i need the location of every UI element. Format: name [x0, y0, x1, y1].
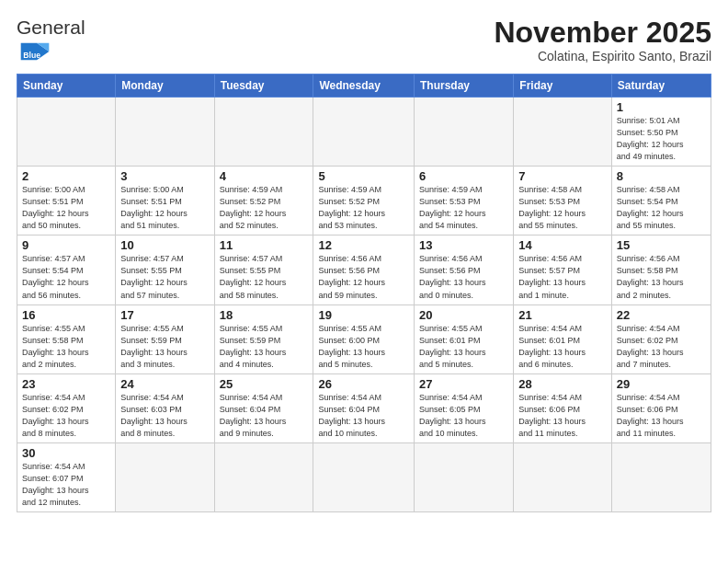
day-number: 25 [220, 377, 309, 391]
weekday-header-friday: Friday [514, 75, 612, 98]
calendar-cell [415, 98, 514, 167]
calendar-cell [611, 442, 711, 511]
day-number: 11 [220, 238, 309, 252]
calendar-cell: 27Sunrise: 4:54 AM Sunset: 6:05 PM Dayli… [415, 373, 514, 442]
calendar-cell [415, 442, 514, 511]
day-info: Sunrise: 5:00 AM Sunset: 5:51 PM Dayligh… [22, 184, 110, 232]
calendar-cell: 24Sunrise: 4:54 AM Sunset: 6:03 PM Dayli… [116, 373, 214, 442]
calendar-table: SundayMondayTuesdayWednesdayThursdayFrid… [17, 74, 711, 512]
calendar-week-row: 2Sunrise: 5:00 AM Sunset: 5:51 PM Daylig… [17, 167, 711, 236]
calendar-cell: 20Sunrise: 4:55 AM Sunset: 6:01 PM Dayli… [415, 304, 514, 373]
calendar-cell [313, 442, 415, 511]
weekday-header-tuesday: Tuesday [214, 75, 313, 98]
calendar-cell: 3Sunrise: 5:00 AM Sunset: 5:51 PM Daylig… [116, 167, 214, 236]
day-number: 5 [318, 169, 409, 183]
calendar-cell: 6Sunrise: 4:59 AM Sunset: 5:53 PM Daylig… [415, 167, 514, 236]
calendar-week-row: 9Sunrise: 4:57 AM Sunset: 5:54 PM Daylig… [17, 236, 711, 304]
day-number: 28 [518, 377, 607, 391]
calendar-cell [17, 98, 116, 167]
calendar-cell: 21Sunrise: 4:54 AM Sunset: 6:01 PM Dayli… [514, 304, 612, 373]
day-info: Sunrise: 4:54 AM Sunset: 6:01 PM Dayligh… [518, 323, 607, 371]
day-number: 15 [617, 238, 706, 252]
calendar-cell [514, 98, 612, 167]
month-title: November 2025 [494, 17, 711, 49]
day-number: 7 [518, 169, 607, 183]
day-number: 6 [419, 169, 508, 183]
day-info: Sunrise: 4:55 AM Sunset: 5:58 PM Dayligh… [22, 323, 110, 371]
calendar-week-row: 23Sunrise: 4:54 AM Sunset: 6:02 PM Dayli… [17, 373, 711, 442]
day-info: Sunrise: 4:56 AM Sunset: 5:58 PM Dayligh… [617, 253, 706, 301]
calendar-week-row: 1Sunrise: 5:01 AM Sunset: 5:50 PM Daylig… [17, 98, 711, 167]
calendar-cell: 26Sunrise: 4:54 AM Sunset: 6:04 PM Dayli… [313, 373, 415, 442]
day-info: Sunrise: 4:55 AM Sunset: 6:00 PM Dayligh… [318, 323, 409, 371]
weekday-header-sunday: Sunday [17, 75, 116, 98]
day-number: 21 [518, 308, 607, 322]
calendar-cell: 7Sunrise: 4:58 AM Sunset: 5:53 PM Daylig… [514, 167, 612, 236]
calendar-cell: 1Sunrise: 5:01 AM Sunset: 5:50 PM Daylig… [611, 98, 711, 167]
day-number: 17 [120, 308, 209, 322]
day-info: Sunrise: 4:54 AM Sunset: 6:05 PM Dayligh… [419, 392, 508, 440]
day-number: 18 [220, 308, 309, 322]
logo-icon: Blue [18, 39, 51, 64]
calendar-cell: 25Sunrise: 4:54 AM Sunset: 6:04 PM Dayli… [214, 373, 313, 442]
day-info: Sunrise: 4:54 AM Sunset: 6:06 PM Dayligh… [518, 392, 607, 440]
day-info: Sunrise: 4:56 AM Sunset: 5:57 PM Dayligh… [518, 253, 607, 301]
day-number: 3 [120, 169, 209, 183]
calendar-cell: 8Sunrise: 4:58 AM Sunset: 5:54 PM Daylig… [611, 167, 711, 236]
day-number: 20 [419, 308, 508, 322]
calendar-cell: 5Sunrise: 4:59 AM Sunset: 5:52 PM Daylig… [313, 167, 415, 236]
day-number: 1 [617, 100, 706, 114]
day-info: Sunrise: 4:54 AM Sunset: 6:04 PM Dayligh… [318, 392, 409, 440]
calendar-cell: 19Sunrise: 4:55 AM Sunset: 6:00 PM Dayli… [313, 304, 415, 373]
calendar-cell [116, 442, 214, 511]
title-block: November 2025 Colatina, Espirito Santo, … [494, 17, 711, 63]
day-info: Sunrise: 4:57 AM Sunset: 5:55 PM Dayligh… [120, 253, 209, 301]
day-number: 19 [318, 308, 409, 322]
day-info: Sunrise: 4:56 AM Sunset: 5:56 PM Dayligh… [419, 253, 508, 301]
day-number: 23 [22, 377, 110, 391]
calendar-cell: 11Sunrise: 4:57 AM Sunset: 5:55 PM Dayli… [214, 236, 313, 304]
day-number: 26 [318, 377, 409, 391]
weekday-header-wednesday: Wednesday [313, 75, 415, 98]
calendar-cell: 23Sunrise: 4:54 AM Sunset: 6:02 PM Dayli… [17, 373, 116, 442]
day-info: Sunrise: 4:59 AM Sunset: 5:52 PM Dayligh… [318, 184, 409, 232]
weekday-header-saturday: Saturday [611, 75, 711, 98]
calendar-cell: 15Sunrise: 4:56 AM Sunset: 5:58 PM Dayli… [611, 236, 711, 304]
day-number: 14 [518, 238, 607, 252]
page: General Blue November 2025 Colatina, Esp… [0, 0, 728, 563]
day-info: Sunrise: 4:54 AM Sunset: 6:04 PM Dayligh… [220, 392, 309, 440]
calendar-cell: 9Sunrise: 4:57 AM Sunset: 5:54 PM Daylig… [17, 236, 116, 304]
calendar-cell: 4Sunrise: 4:59 AM Sunset: 5:52 PM Daylig… [214, 167, 313, 236]
day-number: 10 [120, 238, 209, 252]
day-number: 16 [22, 308, 110, 322]
calendar-cell: 22Sunrise: 4:54 AM Sunset: 6:02 PM Dayli… [611, 304, 711, 373]
day-number: 8 [617, 169, 706, 183]
subtitle: Colatina, Espirito Santo, Brazil [494, 49, 711, 63]
weekday-header-thursday: Thursday [415, 75, 514, 98]
svg-text:Blue: Blue [23, 51, 40, 60]
day-info: Sunrise: 4:58 AM Sunset: 5:53 PM Dayligh… [518, 184, 607, 232]
day-info: Sunrise: 4:59 AM Sunset: 5:52 PM Dayligh… [220, 184, 309, 232]
day-info: Sunrise: 4:54 AM Sunset: 6:02 PM Dayligh… [617, 323, 706, 371]
calendar-cell [116, 98, 214, 167]
day-info: Sunrise: 4:57 AM Sunset: 5:55 PM Dayligh… [220, 253, 309, 301]
logo-text: General [17, 17, 85, 39]
weekday-header-monday: Monday [116, 75, 214, 98]
day-info: Sunrise: 4:54 AM Sunset: 6:03 PM Dayligh… [120, 392, 209, 440]
day-info: Sunrise: 4:55 AM Sunset: 5:59 PM Dayligh… [120, 323, 209, 371]
day-info: Sunrise: 4:57 AM Sunset: 5:54 PM Dayligh… [22, 253, 110, 301]
day-info: Sunrise: 4:54 AM Sunset: 6:02 PM Dayligh… [22, 392, 110, 440]
day-number: 9 [22, 238, 110, 252]
calendar-cell: 18Sunrise: 4:55 AM Sunset: 5:59 PM Dayli… [214, 304, 313, 373]
day-number: 27 [419, 377, 508, 391]
calendar-cell [214, 98, 313, 167]
day-info: Sunrise: 4:54 AM Sunset: 6:06 PM Dayligh… [617, 392, 706, 440]
day-number: 2 [22, 169, 110, 183]
day-info: Sunrise: 4:54 AM Sunset: 6:07 PM Dayligh… [22, 461, 110, 509]
day-info: Sunrise: 4:59 AM Sunset: 5:53 PM Dayligh… [419, 184, 508, 232]
day-number: 22 [617, 308, 706, 322]
calendar-cell [214, 442, 313, 511]
calendar-cell: 13Sunrise: 4:56 AM Sunset: 5:56 PM Dayli… [415, 236, 514, 304]
calendar-cell [514, 442, 612, 511]
calendar-cell: 30Sunrise: 4:54 AM Sunset: 6:07 PM Dayli… [17, 442, 116, 511]
